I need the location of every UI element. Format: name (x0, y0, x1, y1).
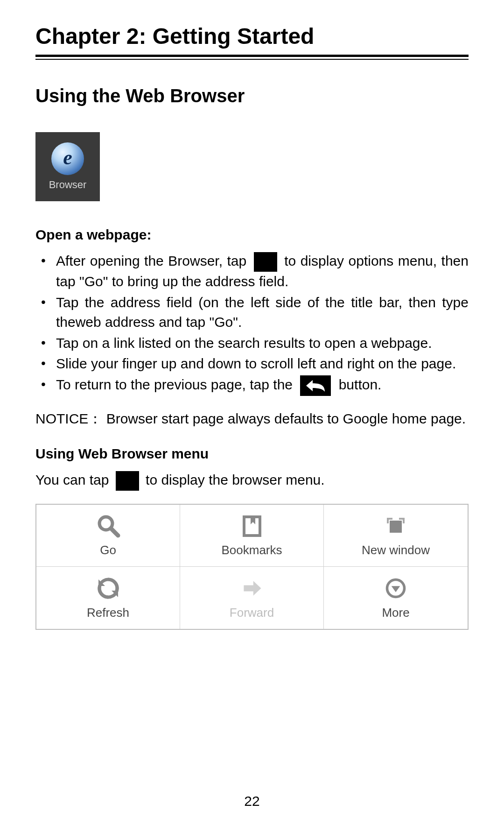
browser-tile-label: Browser (49, 179, 87, 191)
section-title: Using the Web Browser (35, 85, 469, 106)
step-address-field: Tap the address field (on the left side … (56, 293, 469, 332)
open-webpage-heading: Open a webpage: (35, 227, 469, 243)
menu-label: New window (362, 543, 430, 557)
menu-label: Bookmarks (221, 543, 282, 557)
menu-text: You can tap (35, 472, 109, 487)
refresh-icon (96, 576, 121, 601)
menu-text: to display the browser menu. (146, 472, 325, 487)
notice-text: NOTICE： Browser start page always defaul… (35, 409, 469, 429)
page-number: 22 (0, 793, 504, 809)
browser-e-glyph: e (63, 146, 72, 169)
step-text: After opening the Browser, tap (56, 253, 246, 268)
menu-forward-button[interactable]: Forward (180, 567, 324, 629)
step-scroll: Slide your finger up and down to scroll … (56, 354, 469, 374)
search-icon (96, 513, 121, 538)
browser-globe-icon: e (51, 142, 84, 175)
menu-label: Refresh (87, 606, 129, 620)
new-window-icon (383, 513, 408, 538)
open-webpage-steps: After opening the Browser, tap to displa… (35, 251, 469, 396)
chapter-title: Chapter 2: Getting Started (35, 23, 469, 49)
browser-menu-grid: Go Bookmarks New window (35, 504, 469, 630)
browser-menu-instruction: You can tap to display the browser menu. (35, 470, 469, 491)
step-open-menu: After opening the Browser, tap to displa… (56, 251, 469, 292)
menu-label: Go (100, 543, 116, 557)
menu-bookmarks-button[interactable]: Bookmarks (180, 505, 324, 567)
options-menu-icon (116, 471, 139, 491)
step-tap-link: Tap on a link listed on the search resul… (56, 333, 469, 353)
menu-refresh-button[interactable]: Refresh (36, 567, 180, 629)
heading-rule (35, 55, 469, 60)
browser-app-tile: e Browser (35, 132, 100, 201)
bookmark-icon (239, 513, 265, 538)
svg-rect-3 (390, 521, 402, 533)
svg-line-1 (111, 529, 118, 536)
browser-menu-heading: Using Web Browser menu (35, 446, 469, 462)
menu-label: More (382, 606, 409, 620)
menu-label: Forward (230, 606, 274, 620)
back-button-icon (300, 375, 331, 396)
step-text: To return to the previous page, tap the (56, 377, 293, 392)
step-back: To return to the previous page, tap the … (56, 375, 469, 396)
menu-new-window-button[interactable]: New window (324, 505, 468, 567)
forward-arrow-icon (239, 576, 265, 601)
menu-go-button[interactable]: Go (36, 505, 180, 567)
more-icon (383, 576, 408, 601)
options-menu-icon (254, 252, 277, 272)
menu-more-button[interactable]: More (324, 567, 468, 629)
step-text: button. (339, 377, 382, 392)
